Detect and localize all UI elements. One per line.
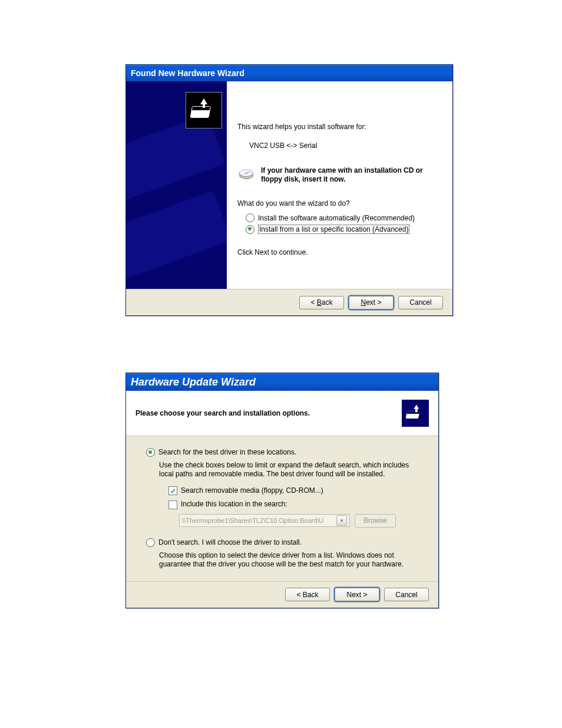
dialog1-title: Found New Hardware Wizard: [131, 68, 244, 78]
svg-rect-1: [192, 107, 210, 110]
opt-search-desc: Use the check boxes below to limit or ex…: [159, 461, 418, 479]
opt-dont-label: Don't search. I will choose the driver t…: [158, 538, 302, 548]
radio-icon-selected: [146, 448, 155, 457]
radio-icon: [146, 538, 155, 547]
svg-rect-7: [406, 411, 419, 414]
radio-dont-search[interactable]: Don't search. I will choose the driver t…: [146, 538, 418, 548]
radio-install-from-list[interactable]: Install from a list or specific location…: [246, 225, 442, 234]
wizard-prompt: What do you want the wizard to do?: [237, 199, 442, 207]
cancel-button[interactable]: Cancel: [398, 296, 443, 309]
radio-advanced-label: Install from a list or specific location…: [258, 225, 409, 234]
dialog2-subtitle: Please choose your search and installati…: [135, 409, 310, 417]
checkbox-search-removable-media[interactable]: Search removable media (floppy, CD-ROM..…: [168, 486, 418, 496]
cd-hint-text: If your hardware came with an installati…: [261, 166, 442, 184]
next-button[interactable]: Next >: [335, 588, 379, 601]
dialog1-main-panel: This wizard helps you install software f…: [227, 81, 452, 289]
checkbox-icon: [168, 500, 177, 509]
opt-dont-desc: Choose this option to select the device …: [159, 551, 418, 569]
radio-icon: [246, 213, 254, 222]
device-name: VNC2 USB <-> Serial: [249, 141, 442, 150]
dialog1-side-panel: [126, 81, 227, 289]
dialog2-button-bar: < Back Next > Cancel: [126, 581, 438, 608]
dialog1-intro: This wizard helps you install software f…: [237, 123, 442, 131]
chevron-down-icon: ▾: [336, 515, 347, 526]
dialog1-button-bar: < Back Next > Cancel: [126, 289, 452, 315]
dialog1-titlebar[interactable]: Found New Hardware Wizard: [126, 65, 452, 81]
back-button[interactable]: < Back: [285, 588, 330, 601]
radio-search-locations[interactable]: Search for the best driver in these loca…: [146, 448, 418, 457]
checkbox-icon-checked: [168, 486, 177, 495]
dialog2-header: Please choose your search and installati…: [126, 391, 438, 436]
hardware-install-icon: [186, 92, 222, 129]
opt-search-label: Search for the best driver in these loca…: [158, 448, 296, 457]
next-button[interactable]: Next >: [349, 296, 394, 309]
dialog2-title: Hardware Update Wizard: [131, 376, 256, 388]
check-removable-label: Search removable media (floppy, CD-ROM..…: [181, 486, 323, 496]
dialog2-content: Search for the best driver in these loca…: [126, 436, 438, 581]
cancel-button[interactable]: Cancel: [384, 588, 429, 601]
radio-auto-label: Install the software automatically (Reco…: [258, 214, 415, 222]
radio-icon-selected: [246, 225, 254, 234]
checkbox-include-location[interactable]: Include this location in the search:: [168, 500, 418, 509]
radio-install-automatically[interactable]: Install the software automatically (Reco…: [246, 213, 442, 222]
hardware-update-icon: [402, 400, 429, 427]
cd-icon: [237, 166, 255, 184]
back-button[interactable]: < Back: [299, 296, 344, 309]
browse-button: Browse: [355, 514, 396, 528]
hardware-update-wizard-dialog: Hardware Update Wizard Please choose you…: [125, 373, 439, 608]
found-new-hardware-wizard-dialog: Found New Hardware Wizard This wizard he…: [125, 64, 453, 316]
check-include-label: Include this location in the search:: [181, 500, 287, 509]
location-path-combobox: \\Thermoprobe1\Shares\TL2\C10 Option Boa…: [179, 514, 350, 527]
svg-point-5: [246, 171, 251, 173]
dialog2-titlebar[interactable]: Hardware Update Wizard: [126, 373, 438, 391]
continue-text: Click Next to continue.: [237, 248, 442, 256]
location-path-value: \\Thermoprobe1\Shares\TL2\C10 Option Boa…: [182, 517, 323, 524]
